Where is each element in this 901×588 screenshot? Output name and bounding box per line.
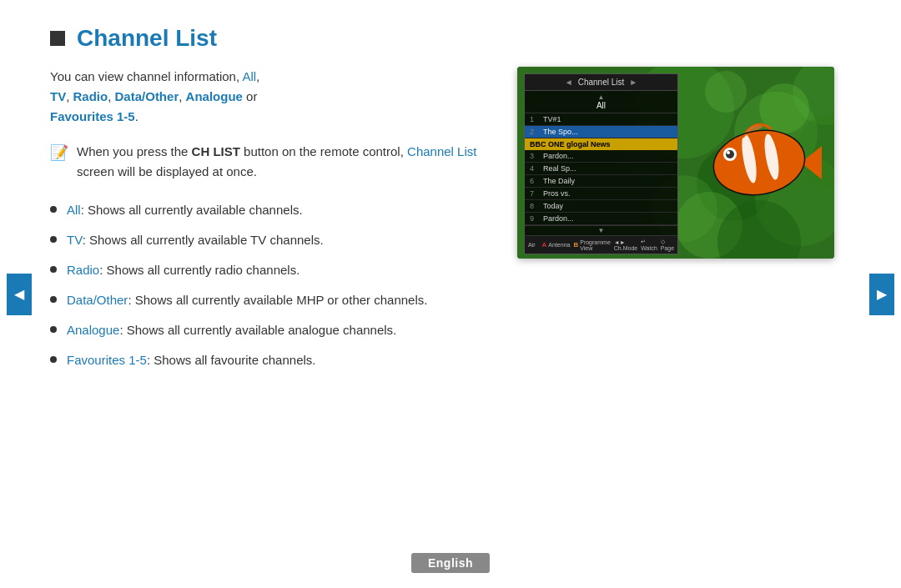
intro-all-link: All xyxy=(242,69,256,83)
bullet-desc-tv: : Shows all currently available TV chann… xyxy=(83,233,324,247)
cl-name: The Daily xyxy=(543,177,575,185)
bullet-text: Analogue: Shows all currently available … xyxy=(67,320,396,340)
cl-footer-chmode: ◄► Ch.Mode xyxy=(614,239,637,251)
list-item: Radio: Shows all currently radio channel… xyxy=(50,260,492,280)
bullet-dot-icon xyxy=(50,236,57,243)
intro-data-link: Data/Other xyxy=(115,89,179,103)
intro-comma2: , xyxy=(66,89,73,103)
bullet-desc-all: : Shows all currently available channels… xyxy=(81,203,303,217)
channel-list-overlay: ◄ Channel List ► ▲ All 1 TV#1 2 xyxy=(524,73,678,254)
cl-num: 6 xyxy=(530,177,543,185)
cl-right-arrow: ► xyxy=(629,78,637,87)
image-panel: ◄ Channel List ► ▲ All 1 TV#1 2 xyxy=(517,67,834,259)
list-item: TV: Shows all currently available TV cha… xyxy=(50,230,492,250)
cl-name: TV#1 xyxy=(543,115,561,123)
bullet-term-all: All xyxy=(67,203,81,217)
cl-num: 4 xyxy=(530,164,543,173)
cl-row-9: 9 Pardon... xyxy=(525,213,677,225)
bullet-dot-icon xyxy=(50,296,57,303)
page-container: Channel List You can view channel inform… xyxy=(0,0,901,588)
note-before: When you press the xyxy=(77,144,192,158)
list-item: Analogue: Shows all currently available … xyxy=(50,320,492,340)
bullet-text: All: Shows all currently available chann… xyxy=(67,200,303,220)
svg-point-10 xyxy=(705,71,747,113)
cl-news-banner: BBC ONE glogal News xyxy=(525,138,677,150)
cl-name: Pros vs. xyxy=(543,189,571,198)
note-channel-list: Channel List xyxy=(407,144,476,158)
svg-point-17 xyxy=(726,150,734,158)
cl-up-arrow: ▲ xyxy=(530,93,672,101)
bullet-term-favourites: Favourites 1-5 xyxy=(67,353,147,367)
cl-row-8: 8 Today xyxy=(525,200,677,213)
intro-period: . xyxy=(135,109,138,123)
cl-header: ◄ Channel List ► xyxy=(525,74,677,91)
cl-row-1: 1 TV#1 xyxy=(525,113,677,126)
cl-num: 8 xyxy=(530,202,543,210)
cl-num: 9 xyxy=(530,214,543,223)
channel-screen: ◄ Channel List ► ▲ All 1 TV#1 2 xyxy=(517,67,834,259)
cl-left-arrow: ◄ xyxy=(565,78,573,87)
cl-row-6: 6 The Daily xyxy=(525,175,677,188)
intro-comma3: , xyxy=(108,89,114,103)
cl-row-4: 4 Real Sp... xyxy=(525,163,677,175)
cl-name: Real Sp... xyxy=(543,164,576,173)
page-title: Channel List xyxy=(77,25,217,52)
cl-row-7: 7 Pros vs. xyxy=(525,188,677,200)
cl-footer-antenna: A Antenna xyxy=(542,241,571,249)
bullet-term-radio: Radio xyxy=(67,263,99,277)
bullet-text: Data/Other: Shows all currently availabl… xyxy=(67,290,427,310)
bullet-desc-favourites: : Shows all favourite channels. xyxy=(147,353,316,367)
bullet-term-data: Data/Other xyxy=(67,293,128,307)
bullet-desc-radio: : Shows all currently radio channels. xyxy=(99,263,299,277)
note-after: button on the remote control, xyxy=(240,144,407,158)
bullet-dot-icon xyxy=(50,326,57,333)
note-end: screen will be displayed at once. xyxy=(77,164,257,178)
bullet-dot-icon xyxy=(50,206,57,213)
cl-row-3: 3 Pardon... xyxy=(525,150,677,163)
nav-left-button[interactable] xyxy=(7,274,32,315)
cl-footer-air: Air xyxy=(528,242,536,248)
note-ch-list: CH LIST xyxy=(192,144,240,158)
cl-footer: Air A Antenna B Programme View ◄► Ch.Mod… xyxy=(525,235,677,254)
cl-name: The Spo... xyxy=(543,128,578,136)
bullet-text: Radio: Shows all currently radio channel… xyxy=(67,260,299,280)
cl-num: 7 xyxy=(530,189,543,198)
bullet-term-analogue: Analogue xyxy=(67,323,119,337)
list-item: Favourites 1-5: Shows all favourite chan… xyxy=(50,350,492,370)
cl-down-arrow: ▼ xyxy=(525,225,677,235)
bullet-desc-analogue: : Shows all currently available analogue… xyxy=(119,323,396,337)
intro-comma4: , xyxy=(179,89,185,103)
cl-footer-watch: ↵ Watch xyxy=(641,239,657,251)
cl-name: Today xyxy=(543,202,563,210)
nav-right-button[interactable] xyxy=(869,274,894,315)
list-item: All: Shows all currently available chann… xyxy=(50,200,492,220)
cl-all-label: All xyxy=(596,101,606,110)
title-square-icon xyxy=(50,31,65,46)
bullet-term-tv: TV xyxy=(67,233,83,247)
cl-num: 2 xyxy=(530,128,543,136)
intro-radio-link: Radio xyxy=(73,89,108,103)
text-section: You can view channel information, All, T… xyxy=(50,67,492,380)
note-box: 📝 When you press the CH LIST button on t… xyxy=(50,142,492,182)
bullet-desc-data: : Shows all currently available MHP or o… xyxy=(128,293,427,307)
bullet-text: TV: Shows all currently available TV cha… xyxy=(67,230,324,250)
bullet-text: Favourites 1-5: Shows all favourite chan… xyxy=(67,350,316,370)
language-label: English xyxy=(411,553,490,573)
list-item: Data/Other: Shows all currently availabl… xyxy=(50,290,492,310)
cl-name: Pardon... xyxy=(543,152,574,160)
main-content: You can view channel information, All, T… xyxy=(50,67,834,380)
cl-num: 1 xyxy=(530,115,543,123)
svg-point-18 xyxy=(727,151,730,154)
title-row: Channel List xyxy=(50,25,834,52)
cl-footer-page: ◇ Page xyxy=(661,239,674,251)
intro-text-before: You can view channel information, xyxy=(50,69,242,83)
intro-analogue-link: Analogue xyxy=(186,89,243,103)
intro-comma1: , xyxy=(256,69,259,83)
cl-footer-programme: B Programme View xyxy=(573,239,610,251)
note-icon: 📝 xyxy=(50,143,68,162)
intro-paragraph: You can view channel information, All, T… xyxy=(50,67,492,127)
cl-row-2: 2 The Spo... xyxy=(525,126,677,138)
cl-name: Pardon... xyxy=(543,214,574,223)
cl-all-row: ▲ All xyxy=(525,91,677,113)
cl-header-title: Channel List xyxy=(578,78,625,87)
